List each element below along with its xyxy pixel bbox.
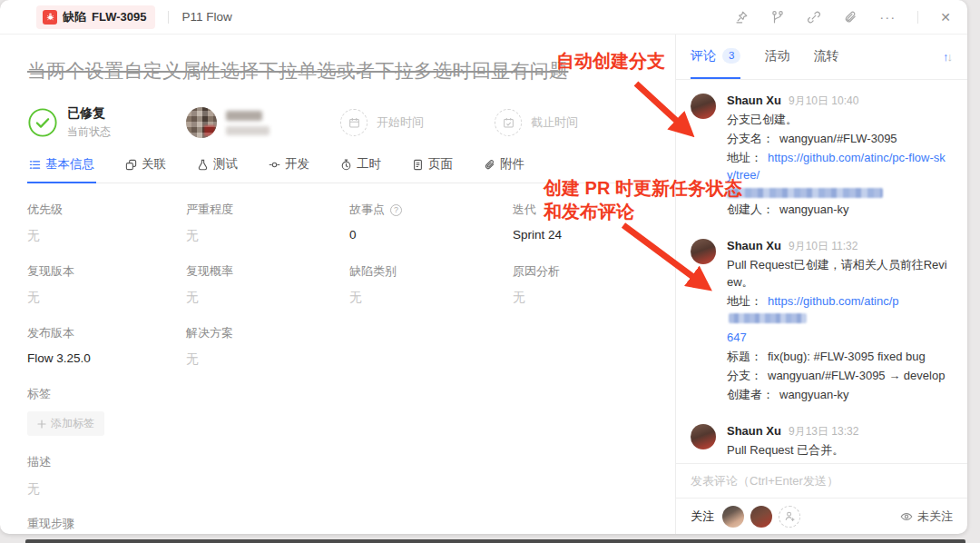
start-date-label: 开始时间 (377, 114, 424, 131)
help-icon[interactable]: ? (390, 204, 402, 216)
comment-author: Shaun Xu (727, 423, 781, 439)
comment-list[interactable]: Shaun Xu 9月10日 10:40 分支已创建。 分支名：wangyuan… (676, 80, 967, 463)
person-add-icon (784, 510, 796, 522)
detail-tabs: 基本信息 关联 测试 开发 (27, 156, 652, 183)
field-label: 迭代 (513, 202, 652, 218)
assignee-selector[interactable] (186, 107, 340, 138)
divider (168, 11, 169, 24)
add-tag-label: 添加标签 (51, 416, 94, 431)
field-value[interactable]: 无 (349, 290, 513, 306)
comment-composer (676, 463, 967, 498)
tab-label: 活动 (764, 48, 789, 64)
field-value[interactable]: 无 (186, 228, 349, 244)
field-label: 缺陷类别 (349, 263, 513, 280)
list-icon (29, 159, 41, 171)
field-label: 严重程度 (186, 202, 349, 218)
avatar[interactable] (722, 506, 744, 528)
link-icon[interactable] (807, 10, 821, 25)
tab-basic-info[interactable]: 基本信息 (27, 156, 96, 183)
field-label: 地址： (727, 151, 762, 164)
comment-item: Shaun Xu 9月10日 10:40 分支已创建。 分支名：wangyuan… (691, 93, 953, 218)
tab-attachments[interactable]: 附件 (482, 156, 526, 183)
pr-url-link[interactable]: 647 (727, 331, 747, 344)
issue-id: FLW-3095 (92, 10, 146, 24)
more-icon[interactable]: ··· (879, 10, 896, 24)
status-label: 当前状态 (67, 124, 111, 140)
tab-activity[interactable]: 活动 (764, 35, 789, 79)
attachment-icon[interactable] (843, 10, 858, 25)
tab-label: 关联 (142, 156, 166, 173)
comment-author: Shaun Xu (727, 238, 781, 254)
comment-time: 9月13日 13:32 (789, 423, 858, 439)
due-date-picker[interactable]: 截止时间 (495, 109, 649, 136)
field-value[interactable]: 0 (349, 228, 513, 242)
pin-icon[interactable] (734, 10, 749, 25)
field-repro-version: 复现版本 无 (27, 263, 186, 306)
avatar (691, 94, 716, 119)
field-label: 故事点 (349, 202, 385, 218)
field-label: 发布版本 (27, 325, 186, 341)
pr-url-link[interactable]: https://github.com/atinc/p (768, 294, 899, 308)
activity-panel: 评论 3 活动 流转 ↑↓ Shau (675, 35, 967, 534)
eye-icon (900, 510, 913, 523)
comment-input[interactable] (691, 474, 953, 488)
comment-author: Shaun Xu (727, 93, 781, 109)
issue-type-badge[interactable]: 缺陷 FLW-3095 (36, 5, 155, 29)
field-value[interactable]: Flow 3.25.0 (27, 351, 186, 365)
field-value[interactable]: Sprint 24 (513, 228, 652, 242)
titlebar: 缺陷 FLW-3095 P11 Flow ··· (0, 0, 967, 35)
issue-detail-window: 缺陷 FLW-3095 P11 Flow ··· (0, 0, 967, 534)
field-cause-analysis: 原因分析 无 (513, 263, 652, 306)
tab-development[interactable]: 开发 (267, 156, 311, 183)
branch-name: wangyuan/#FLW-3095 → develop (768, 369, 945, 382)
status-selector[interactable]: 已修复 当前状态 (27, 105, 186, 140)
repro-steps-section: 重现步骤 无 (27, 516, 652, 534)
comment-time: 9月10日 11:32 (789, 238, 858, 254)
field-value[interactable]: 无 (186, 351, 349, 368)
close-icon[interactable]: ✕ (940, 11, 951, 24)
field-label: 解决方案 (186, 325, 349, 341)
tab-test[interactable]: 测试 (195, 156, 240, 183)
sort-order-icon[interactable]: ↑↓ (943, 50, 953, 64)
creator-name: wangyuan-ky (779, 202, 849, 216)
tab-comments[interactable]: 评论 3 (691, 35, 740, 79)
bug-icon (43, 10, 57, 25)
paperclip-icon (484, 159, 495, 171)
unfollow-toggle[interactable]: 未关注 (900, 508, 953, 525)
field-value[interactable]: 无 (186, 290, 349, 306)
field-story-points: 故事点? 0 (349, 202, 513, 244)
comment-item: Shaun Xu 9月10日 11:32 Pull Request已创建，请相关… (691, 238, 953, 403)
tab-relations[interactable]: 关联 (123, 156, 168, 183)
field-value[interactable]: 无 (513, 290, 652, 306)
issue-title[interactable]: 当两个设置自定义属性选择下拉单选或者下拉多选时回显有问题 (27, 58, 652, 84)
branch-icon[interactable] (770, 10, 785, 25)
tab-worklog[interactable]: 工时 (338, 156, 383, 183)
project-name: P11 Flow (181, 10, 231, 24)
issue-main: 当两个设置自定义属性选择下拉单选或者下拉多选时回显有问题 已修复 当前状态 (0, 35, 675, 534)
field-label: 创建者： (727, 388, 774, 401)
start-date-picker[interactable]: 开始时间 (340, 109, 495, 136)
due-date-label: 截止时间 (531, 114, 578, 131)
pr-url-link[interactable]: https://github.com/atinc/pc- (768, 462, 908, 463)
field-label: 地址： (727, 294, 762, 308)
tab-workflow[interactable]: 流转 (813, 35, 838, 79)
calendar-icon (340, 109, 368, 136)
commit-icon (269, 159, 280, 171)
comment-item: Shaun Xu 9月13日 13:32 Pull Request 已合并。 地… (691, 423, 953, 463)
field-value[interactable]: 无 (27, 290, 186, 306)
avatar[interactable] (750, 506, 772, 528)
tab-pages[interactable]: 页面 (410, 156, 455, 183)
tab-label: 评论 (691, 48, 716, 64)
add-tag-button[interactable]: 添加标签 (27, 411, 104, 436)
tab-label: 页面 (428, 156, 453, 173)
field-label: 创建人： (727, 202, 774, 216)
field-severity: 严重程度 无 (186, 202, 349, 244)
field-value[interactable]: 无 (27, 228, 186, 244)
comment-body: Pull Request已创建，请相关人员前往Review。 (727, 256, 953, 291)
issue-type-label: 缺陷 (63, 9, 86, 25)
assignee-name-redacted (226, 111, 270, 135)
field-label: 地址： (727, 462, 762, 463)
add-follower-button[interactable] (779, 506, 800, 528)
field-solution: 解决方案 无 (186, 325, 349, 368)
description-value[interactable]: 无 (27, 481, 652, 498)
